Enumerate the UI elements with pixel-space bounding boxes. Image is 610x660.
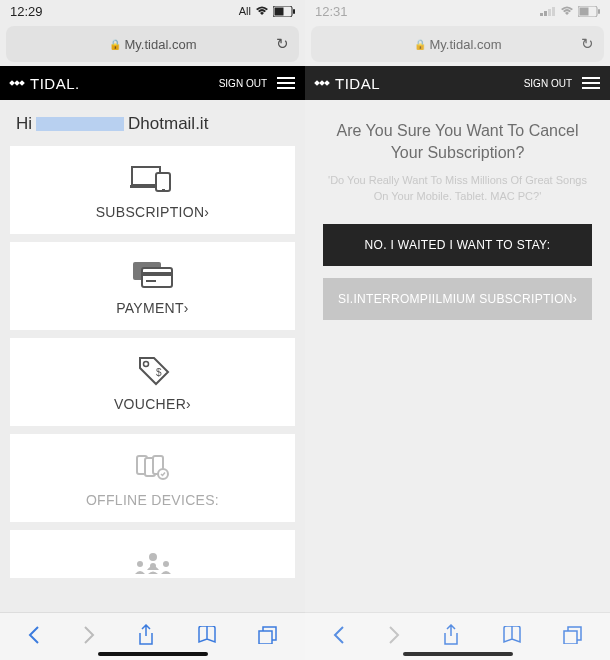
greeting-suffix: Dhotmail.it bbox=[128, 114, 208, 134]
tabs-icon[interactable] bbox=[563, 626, 583, 648]
card-label: OFFLINE DEVICES: bbox=[10, 492, 295, 508]
redacted-name bbox=[36, 117, 124, 131]
carrier-label: All bbox=[239, 5, 251, 17]
svg-rect-1 bbox=[275, 7, 284, 15]
url-bar[interactable]: 🔒 My.tidal.com ↻ bbox=[6, 26, 299, 62]
brand-text: TIDAL. bbox=[30, 75, 80, 92]
lock-icon: 🔒 bbox=[414, 39, 426, 50]
nav-back-icon[interactable] bbox=[27, 625, 41, 649]
battery-icon bbox=[273, 6, 295, 17]
tag-icon: $ bbox=[10, 356, 295, 386]
svg-rect-9 bbox=[142, 272, 172, 276]
svg-point-20 bbox=[150, 563, 156, 569]
phone-right: 12:31 🔒 My.tidal.com ↻ TIDAL SIGN OUT Ar… bbox=[305, 0, 610, 660]
nav-forward-icon bbox=[82, 625, 96, 649]
greeting: Hi Dhotmail.it bbox=[16, 114, 295, 134]
svg-rect-28 bbox=[580, 7, 589, 15]
bookmarks-icon[interactable] bbox=[502, 626, 522, 648]
home-indicator[interactable] bbox=[98, 652, 208, 656]
svg-point-17 bbox=[149, 553, 157, 561]
svg-rect-31 bbox=[564, 631, 577, 644]
tidal-app-bar: TIDAL. SIGN OUT bbox=[0, 66, 305, 100]
status-bar: 12:31 bbox=[305, 0, 610, 22]
brand-text: TIDAL bbox=[335, 75, 380, 92]
svg-rect-24 bbox=[544, 11, 547, 16]
hamburger-icon[interactable] bbox=[277, 77, 295, 89]
url-bar[interactable]: 🔒 My.tidal.com ↻ bbox=[311, 26, 604, 62]
tidal-app-bar: TIDAL SIGN OUT bbox=[305, 66, 610, 100]
signal-icon bbox=[540, 6, 556, 16]
sign-out-link[interactable]: SIGN OUT bbox=[524, 78, 572, 89]
lock-icon: 🔒 bbox=[109, 39, 121, 50]
card-offline-devices[interactable]: OFFLINE DEVICES: bbox=[10, 434, 295, 522]
svg-rect-5 bbox=[156, 173, 170, 191]
tidal-logo-icon bbox=[10, 81, 24, 85]
svg-point-18 bbox=[137, 561, 143, 567]
share-icon[interactable] bbox=[442, 624, 460, 650]
svg-rect-6 bbox=[162, 189, 165, 190]
hamburger-icon[interactable] bbox=[582, 77, 600, 89]
nav-forward-icon bbox=[387, 625, 401, 649]
phone-left: 12:29 All 🔒 My.tidal.com ↻ TIDAL. SIGN O… bbox=[0, 0, 305, 660]
brand: TIDAL. bbox=[10, 75, 80, 92]
url-text: My.tidal.com bbox=[430, 37, 502, 52]
svg-rect-23 bbox=[540, 13, 543, 16]
svg-text:$: $ bbox=[156, 367, 162, 378]
home-indicator[interactable] bbox=[403, 652, 513, 656]
svg-point-11 bbox=[143, 362, 148, 367]
status-indicators bbox=[540, 6, 600, 17]
status-time: 12:31 bbox=[315, 4, 348, 19]
tidal-logo-icon bbox=[315, 81, 329, 85]
card-label: VOUCHER› bbox=[10, 396, 295, 412]
svg-rect-10 bbox=[146, 280, 156, 282]
nav-back-icon[interactable] bbox=[332, 625, 346, 649]
content-right: Are You Sure You Want To Cancel Your Sub… bbox=[305, 100, 610, 612]
brand: TIDAL bbox=[315, 75, 380, 92]
svg-rect-2 bbox=[293, 9, 295, 14]
greeting-prefix: Hi bbox=[16, 114, 32, 134]
share-icon[interactable] bbox=[137, 624, 155, 650]
svg-rect-25 bbox=[548, 9, 551, 16]
reload-icon[interactable]: ↻ bbox=[581, 35, 594, 53]
bookmarks-icon[interactable] bbox=[197, 626, 217, 648]
card-label: SUBSCRIPTION› bbox=[10, 204, 295, 220]
wifi-icon bbox=[560, 6, 574, 16]
card-label: PAYMENT› bbox=[10, 300, 295, 316]
sign-out-link[interactable]: SIGN OUT bbox=[219, 78, 267, 89]
url-text: My.tidal.com bbox=[125, 37, 197, 52]
status-time: 12:29 bbox=[10, 4, 43, 19]
reload-icon[interactable]: ↻ bbox=[276, 35, 289, 53]
stay-button[interactable]: NO. I WAITED I WANT TO STAY: bbox=[323, 224, 592, 266]
offline-devices-icon bbox=[10, 452, 295, 482]
card-family[interactable] bbox=[10, 530, 295, 578]
cancel-subtext: 'Do You Really Want To Miss Millions Of … bbox=[327, 173, 588, 204]
card-payment[interactable]: PAYMENT› bbox=[10, 242, 295, 330]
credit-card-icon bbox=[10, 260, 295, 290]
wifi-icon bbox=[255, 6, 269, 16]
content-left: Hi Dhotmail.it SUBSCRIPTION› PAYMENT› $ … bbox=[0, 100, 305, 612]
svg-rect-8 bbox=[142, 268, 172, 287]
card-subscription[interactable]: SUBSCRIPTION› bbox=[10, 146, 295, 234]
people-icon bbox=[10, 548, 295, 578]
card-voucher[interactable]: $ VOUCHER› bbox=[10, 338, 295, 426]
svg-point-19 bbox=[163, 561, 169, 567]
status-indicators: All bbox=[239, 5, 295, 17]
svg-rect-26 bbox=[552, 7, 555, 16]
svg-rect-22 bbox=[259, 631, 272, 644]
cancel-subscription-button[interactable]: SI.INTERROMPIILMIUM SUBSCRIPTION› bbox=[323, 278, 592, 320]
battery-icon bbox=[578, 6, 600, 17]
status-bar: 12:29 All bbox=[0, 0, 305, 22]
svg-rect-29 bbox=[598, 9, 600, 14]
devices-icon bbox=[10, 164, 295, 194]
tabs-icon[interactable] bbox=[258, 626, 278, 648]
cancel-heading: Are You Sure You Want To Cancel Your Sub… bbox=[323, 120, 592, 163]
